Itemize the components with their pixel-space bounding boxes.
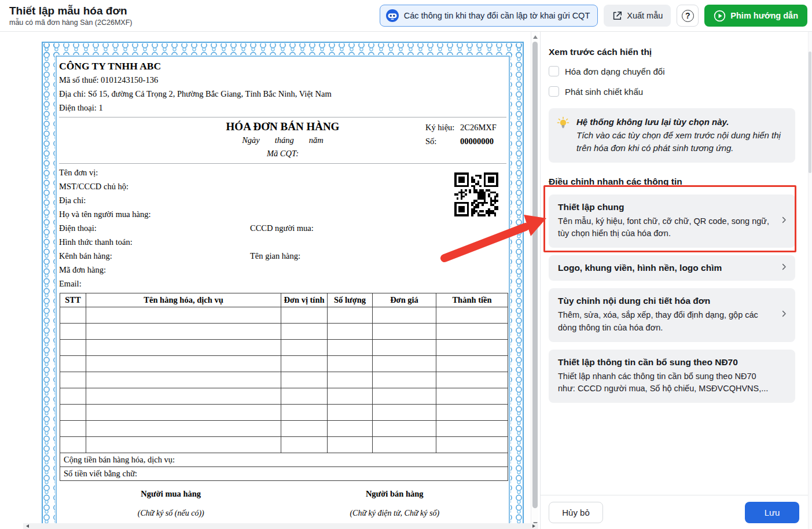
empty-item-row	[60, 324, 508, 340]
seller-signature-block: Người bán hàng (Chữ ký điện tử, Chữ ký s…	[283, 489, 507, 518]
preview-section-header: Xem trước cách hiển thị	[549, 47, 795, 57]
page-title: Thiết lập mẫu hóa đơn	[9, 5, 132, 17]
empty-item-cell	[86, 437, 281, 453]
card-customize-invoice-detail[interactable]: Tùy chỉnh nội dung chi tiết hóa đơn Thêm…	[549, 288, 795, 342]
save-button[interactable]: Lưu	[745, 502, 799, 523]
export-template-button[interactable]: Xuất mẫu	[604, 5, 671, 27]
empty-item-cell	[86, 372, 281, 388]
items-table: STT Tên hàng hóa, dịch vụ Đơn vị tính Số…	[60, 293, 508, 481]
signature-row: Người mua hàng (Chữ ký số (nếu có)) Ngườ…	[59, 489, 506, 518]
serial-number-block: Ký hiệu:2C26MXF Số:00000000	[425, 120, 530, 148]
buyer-signature-block: Người mua hàng (Chữ ký số (nếu có))	[59, 489, 283, 518]
card-description: Thêm, sửa, xóa, sắp xếp, thay đổi định d…	[558, 309, 776, 335]
empty-item-row	[60, 340, 508, 356]
checkbox-label: Phát sinh chiết khấu	[565, 87, 643, 97]
empty-item-cell	[328, 372, 373, 388]
empty-item-cell	[328, 421, 373, 437]
empty-item-cell	[60, 324, 86, 340]
empty-item-cell	[436, 421, 508, 437]
scroll-left-arrow[interactable]	[26, 524, 29, 528]
sidebar-scroll-thumb[interactable]	[809, 52, 811, 173]
scroll-up-arrow[interactable]	[533, 35, 538, 39]
buyer-fields: Tên đơn vị: MST/CCCD chủ hộ: Địa chỉ: Họ…	[59, 166, 506, 291]
page-heading: Thiết lập mẫu hóa đơn mẫu có mã đơn hàng…	[9, 5, 132, 27]
empty-item-cell	[373, 372, 436, 388]
tip-title: Hệ thống không lưu lại tùy chọn này.	[576, 116, 787, 129]
total-label: Cộng tiền bán hàng hóa, dịch vụ:	[60, 453, 508, 467]
empty-item-row	[60, 372, 508, 388]
empty-item-cell	[281, 356, 328, 372]
card-description: Tên mẫu, ký hiệu, font chữ, cỡ chữ, QR c…	[558, 215, 776, 241]
checkbox-label: Hóa đơn dạng chuyển đổi	[565, 67, 664, 76]
empty-item-cell	[86, 421, 281, 437]
empty-item-cell	[281, 340, 328, 356]
empty-item-cell	[86, 307, 281, 324]
vertical-scroll-thumb[interactable]	[532, 42, 538, 508]
empty-item-cell	[60, 437, 86, 453]
card-general-settings[interactable]: Thiết lập chung Tên mẫu, ký hiệu, font c…	[549, 194, 795, 248]
vertical-scrollbar[interactable]	[531, 32, 538, 529]
tutorial-video-button[interactable]: Phim hướng dẫn	[704, 5, 807, 27]
empty-item-cell	[328, 307, 373, 324]
field-label: Mã đơn hàng:	[59, 265, 106, 274]
card-logo-border-background[interactable]: Logo, khung viền, hình nền, logo chìm	[549, 255, 795, 281]
invoice-document: CÔNG TY TNHH ABC Mã số thuế: 0101243150-…	[42, 42, 524, 529]
help-button[interactable]: ?	[677, 5, 699, 27]
declaration-info-button[interactable]: Các thông tin khi thay đổi cần lập tờ kh…	[380, 5, 598, 27]
scroll-right-arrow[interactable]	[532, 524, 535, 528]
col-header-so-luong: Số lượng	[328, 293, 373, 307]
cancel-button[interactable]: Hủy bỏ	[549, 502, 603, 523]
empty-item-cell	[436, 307, 508, 324]
empty-item-cell	[328, 324, 373, 340]
buyer-signature-note: (Chữ ký số (nếu có))	[59, 509, 283, 518]
play-circle-icon	[714, 10, 726, 22]
empty-item-cell	[328, 340, 373, 356]
card-nd70-additional-info[interactable]: Thiết lập thông tin cần bổ sung theo NĐ7…	[549, 350, 795, 403]
checkbox-row-converted-invoice[interactable]: Hóa đơn dạng chuyển đổi	[549, 65, 795, 78]
horizontal-scrollbar[interactable]	[23, 523, 538, 529]
field-label: Tên gian hàng:	[250, 249, 300, 263]
empty-item-cell	[281, 437, 328, 453]
sidebar-footer: Hủy bỏ Lưu	[541, 495, 812, 529]
invoice-title-block: HÓA ĐƠN BÁN HÀNG Ngàythángnăm Mã CQT: Ký…	[59, 119, 506, 161]
tip-text: Hệ thống không lưu lại tùy chọn này. Tíc…	[576, 116, 787, 155]
empty-item-cell	[436, 340, 508, 356]
field-label: Điện thoại:	[59, 223, 97, 233]
empty-item-cell	[328, 437, 373, 453]
field-label: Họ và tên người mua hàng:	[59, 210, 150, 219]
divider	[59, 163, 506, 164]
sidebar-scrollbar[interactable]	[808, 32, 812, 529]
empty-item-cell	[373, 421, 436, 437]
field-label: Địa chỉ:	[59, 196, 86, 205]
card-title: Tùy chỉnh nội dung chi tiết hóa đơn	[558, 296, 776, 306]
lightbulb-icon	[556, 116, 571, 155]
tutorial-video-label: Phim hướng dẫn	[730, 11, 798, 20]
empty-item-cell	[373, 405, 436, 421]
empty-item-cell	[373, 356, 436, 372]
empty-item-cell	[436, 324, 508, 340]
field-label: Tên đơn vị:	[59, 168, 98, 177]
empty-item-cell	[436, 356, 508, 372]
top-bar: Thiết lập mẫu hóa đơn mẫu có mã đơn hàng…	[0, 0, 812, 32]
checkbox-converted-invoice[interactable]	[549, 66, 559, 76]
empty-item-cell	[86, 388, 281, 405]
col-header-don-vi-tinh: Đơn vị tính	[281, 293, 328, 307]
top-actions: Các thông tin khi thay đổi cần lập tờ kh…	[380, 5, 807, 27]
buyer-signature-title: Người mua hàng	[59, 489, 283, 499]
checkbox-row-discount[interactable]: Phát sinh chiết khấu	[549, 85, 795, 98]
number-value: 00000000	[460, 137, 494, 146]
amount-in-words-row: Số tiền viết bằng chữ:	[60, 467, 508, 481]
empty-item-cell	[60, 388, 86, 405]
checkbox-discount[interactable]	[549, 86, 559, 97]
empty-item-cell	[60, 421, 86, 437]
empty-item-row	[60, 437, 508, 453]
items-header-row: STT Tên hàng hóa, dịch vụ Đơn vị tính Số…	[60, 293, 508, 307]
question-mark-icon: ?	[682, 10, 694, 22]
empty-item-cell	[436, 372, 508, 388]
date-word-month: tháng	[275, 135, 294, 145]
company-address: Địa chỉ: Số 15, đường Cả Trọng 2, Phường…	[59, 87, 506, 101]
empty-item-row	[60, 421, 508, 437]
chevron-right-icon	[780, 215, 788, 226]
tip-body: Tích vào các tùy chọn để xem trước nội d…	[576, 129, 787, 155]
empty-item-cell	[86, 405, 281, 421]
